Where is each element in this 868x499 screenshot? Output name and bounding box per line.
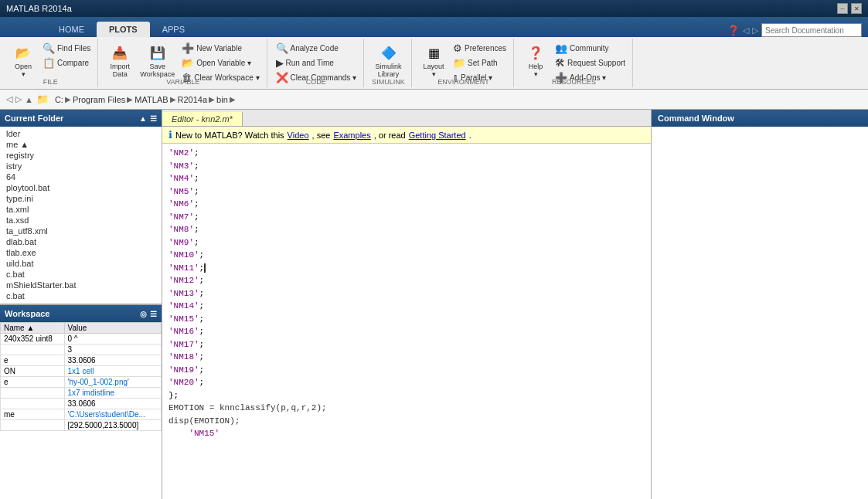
minimize-button[interactable] xyxy=(837,3,848,14)
back-nav-button[interactable]: ◁ xyxy=(6,94,12,104)
run-time-button[interactable]: ▶ Run and Time xyxy=(274,56,359,70)
editor-panel: Editor - knn2.m* ℹ New to MATLAB? Watch … xyxy=(162,110,652,499)
layout-button[interactable]: ▦ Layout▾ xyxy=(418,42,449,80)
sep2: ▶ xyxy=(127,95,133,104)
list-item[interactable]: type.ini xyxy=(0,193,162,204)
list-item[interactable]: ta.xsd xyxy=(0,215,162,226)
list-item[interactable]: istry xyxy=(0,161,162,171)
col-value[interactable]: Value xyxy=(64,323,162,334)
code-line: 'NM13'; xyxy=(168,287,645,300)
getting-started-link[interactable]: Getting Started xyxy=(409,131,466,140)
search-input[interactable] xyxy=(761,23,862,37)
simulink-library-button[interactable]: 🔷 SimulinkLibrary xyxy=(373,42,405,80)
current-folder-title: Current Folder xyxy=(5,114,63,123)
analyze-icon: 🔍 xyxy=(276,42,288,54)
list-item[interactable]: ta_utf8.xml xyxy=(0,226,162,236)
preferences-button[interactable]: ⚙ Preferences xyxy=(451,42,509,55)
list-item[interactable]: ta.xml xyxy=(0,204,162,215)
app-title: MATLAB R2014a xyxy=(6,4,72,13)
new-variable-button[interactable]: ➕ New Variable xyxy=(179,42,261,55)
open-variable-button[interactable]: 📂 Open Variable ▾ xyxy=(179,56,261,70)
list-item[interactable]: mShieldStarter.bat xyxy=(0,280,162,290)
open-var-icon: 📂 xyxy=(182,57,194,69)
close-button[interactable] xyxy=(851,3,862,14)
right-panel: Editor - knn2.m* ℹ New to MATLAB? Watch … xyxy=(162,110,868,499)
folder-menu-icon[interactable]: ☰ xyxy=(150,114,157,123)
command-panel: Command Window xyxy=(652,110,868,499)
code-line: 'NM3'; xyxy=(168,160,645,173)
workspace-nav-icon[interactable]: ◎ xyxy=(140,310,147,318)
ribbon-group-simulink: 🔷 SimulinkLibrary SIMULINK xyxy=(366,39,412,87)
main-layout: Current Folder ▲ ☰ lder me ▲ registry is… xyxy=(0,110,868,499)
tab-home[interactable]: HOME xyxy=(46,22,97,37)
col-name[interactable]: Name ▲ xyxy=(1,323,65,334)
tab-apps[interactable]: APPS xyxy=(150,22,197,37)
list-item[interactable]: c.bat xyxy=(0,290,162,301)
workspace-panel: Workspace ◎ ☰ Name ▲ Value xyxy=(0,304,162,499)
code-line: EMOTION = knnclassify(p,q,r,2); xyxy=(168,402,645,415)
list-item[interactable]: lder xyxy=(0,128,162,139)
current-folder-panel: Current Folder ▲ ☰ lder me ▲ registry is… xyxy=(0,110,162,304)
path-bin: bin xyxy=(216,95,228,104)
list-item[interactable]: registry xyxy=(0,150,162,161)
editor-tab-knn2[interactable]: Editor - knn2.m* xyxy=(162,112,243,126)
workspace-title: Workspace xyxy=(5,309,50,318)
code-editor[interactable]: 'NM2'; 'NM3'; 'NM4'; 'NM5'; 'NM6'; 'NM7'… xyxy=(162,144,651,499)
code-line: disp(EMOTION); xyxy=(168,415,645,428)
set-path-icon: 📁 xyxy=(453,57,465,69)
table-row: ON 1x1 cell xyxy=(1,366,162,377)
title-bar: MATLAB R2014a xyxy=(0,0,868,17)
table-row: me 'C:\Users\student\De... xyxy=(1,409,162,420)
folder-nav-up-icon[interactable]: ▲ xyxy=(139,114,147,123)
tab-plots[interactable]: PLOTS xyxy=(97,22,150,37)
up-nav-button[interactable]: ▲ xyxy=(25,95,33,104)
community-button[interactable]: 👥 Community xyxy=(553,42,628,55)
environment-group-label: ENVIRONMENT xyxy=(414,78,513,86)
simulink-group-label: SIMULINK xyxy=(366,78,411,86)
forward-nav-button[interactable]: ▷ xyxy=(15,94,22,104)
path-program-files: Program Files xyxy=(73,95,125,104)
path-matlab: MATLAB xyxy=(134,95,168,104)
list-item[interactable]: uild.bat xyxy=(0,258,162,269)
code-line: 'NM6'; xyxy=(168,198,645,211)
current-folder-header: Current Folder ▲ ☰ xyxy=(0,110,162,127)
open-button[interactable]: 📂 Open▾ xyxy=(8,42,39,80)
table-row: 33.0606 xyxy=(1,399,162,409)
import-data-button[interactable]: 📥 ImportData xyxy=(104,42,135,80)
examples-link[interactable]: Examples xyxy=(333,131,370,140)
list-item[interactable]: c.bat xyxy=(0,269,162,280)
variable-group-label: VARIABLE xyxy=(100,78,266,86)
workspace-header: Workspace ◎ ☰ xyxy=(0,305,162,322)
code-line: 'NM10'; xyxy=(168,249,645,262)
find-files-icon: 🔍 xyxy=(43,42,55,54)
save-workspace-button[interactable]: 💾 SaveWorkspace xyxy=(137,42,178,80)
command-window-title: Command Window xyxy=(658,114,734,123)
request-support-button[interactable]: 🛠 Request Support xyxy=(553,56,628,70)
window-controls xyxy=(837,3,862,14)
prefs-icon: ⚙ xyxy=(453,42,462,54)
list-item[interactable]: me ▲ xyxy=(0,139,162,150)
video-link[interactable]: Video xyxy=(288,131,309,140)
analyze-code-button[interactable]: 🔍 Analyze Code xyxy=(274,42,359,55)
folder-nav-icon: 📁 xyxy=(36,93,49,105)
code-line: 'NM18'; xyxy=(168,351,645,364)
compare-button[interactable]: 📋 Compare xyxy=(40,56,93,70)
ribbon-toolbar: 📂 Open▾ 🔍 Find Files 📋 Compare FILE 📥 Im… xyxy=(0,37,868,90)
help-button[interactable]: ❓ Help▾ xyxy=(520,42,551,80)
code-line: 'NM15'; xyxy=(168,313,645,326)
list-item[interactable]: ploytool.bat xyxy=(0,182,162,193)
ribbon-group-environment: ▦ Layout▾ ⚙ Preferences 📁 Set Path ⫿ Par… xyxy=(414,39,514,87)
set-path-button[interactable]: 📁 Set Path xyxy=(451,56,509,70)
ribbon-group-code: 🔍 Analyze Code ▶ Run and Time ❌ Clear Co… xyxy=(269,39,365,87)
sep1: ▶ xyxy=(65,95,71,104)
list-item[interactable]: 64 xyxy=(0,171,162,182)
open-icon: 📂 xyxy=(14,43,32,62)
list-item[interactable]: dlab.bat xyxy=(0,236,162,247)
workspace-menu-icon[interactable]: ☰ xyxy=(150,310,157,318)
ribbon-group-variable: 📥 ImportData 💾 SaveWorkspace ➕ New Varia… xyxy=(100,39,267,87)
sep4: ▶ xyxy=(209,95,215,104)
list-item[interactable]: tlab.exe xyxy=(0,247,162,258)
find-files-button[interactable]: 🔍 Find Files xyxy=(40,42,93,55)
support-icon: 🛠 xyxy=(555,57,565,69)
command-window-content[interactable] xyxy=(652,127,868,499)
